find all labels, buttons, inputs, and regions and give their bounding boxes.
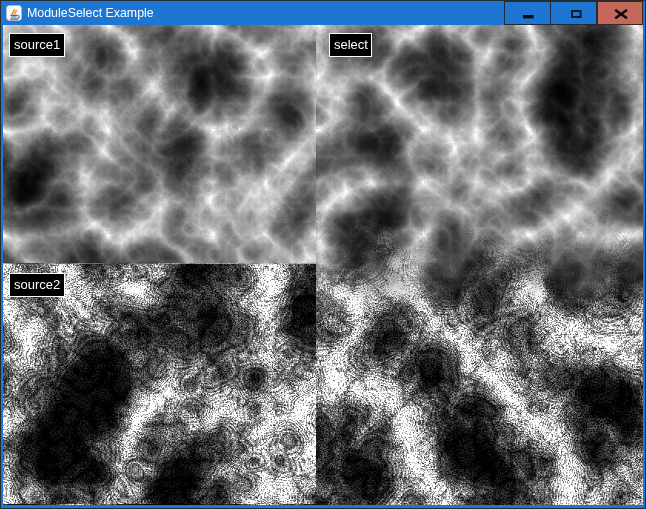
svg-text:select: select (334, 37, 368, 52)
svg-text:source1: source1 (14, 37, 60, 52)
svg-text:source2: source2 (14, 277, 60, 292)
